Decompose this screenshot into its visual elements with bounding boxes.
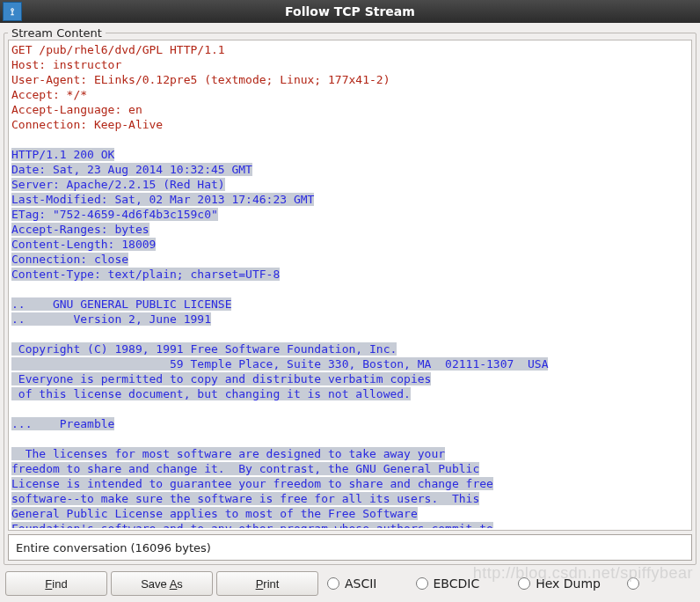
- response-block: HTTP/1.1 200 OK Date: Sat, 23 Aug 2014 1…: [11, 147, 689, 531]
- save-as-button[interactable]: Save As: [111, 571, 213, 596]
- radio-hex-dump-label: Hex Dump: [536, 576, 601, 591]
- titlebar: ⟟ Follow TCP Stream: [0, 0, 700, 23]
- stream-content-group: Stream Content GET /pub/rhel6/dvd/GPL HT…: [4, 26, 696, 565]
- app-icon: ⟟: [3, 2, 22, 21]
- request-block: GET /pub/rhel6/dvd/GPL HTTP/1.1 Host: in…: [11, 42, 689, 132]
- button-row: Find Save As Print ASCII EBCDIC Hex Dump: [4, 565, 696, 598]
- radio-ebcdic[interactable]: EBCDIC: [416, 576, 480, 591]
- stream-text-view[interactable]: GET /pub/rhel6/dvd/GPL HTTP/1.1 Host: in…: [8, 40, 692, 531]
- content-area: Stream Content GET /pub/rhel6/dvd/GPL HT…: [0, 23, 700, 602]
- radio-ebcdic-label: EBCDIC: [434, 576, 480, 591]
- radio-ebcdic-input[interactable]: [416, 577, 428, 590]
- radio-ascii[interactable]: ASCII: [327, 576, 377, 591]
- save-as-pre: Save: [141, 577, 170, 591]
- encoding-radio-group: ASCII EBCDIC Hex Dump: [327, 576, 639, 591]
- radio-ascii-label: ASCII: [345, 576, 377, 591]
- save-as-post: s: [177, 577, 183, 591]
- print-mn: P: [256, 577, 264, 591]
- radio-hex-dump-input[interactable]: [518, 577, 530, 590]
- stream-content-label: Stream Content: [8, 26, 106, 40]
- find-button[interactable]: Find: [5, 571, 107, 596]
- window-title: Follow TCP Stream: [0, 4, 700, 18]
- radio-hex-dump[interactable]: Hex Dump: [518, 576, 601, 591]
- print-button[interactable]: Print: [216, 571, 318, 596]
- print-post: rint: [263, 577, 279, 591]
- conversation-selector[interactable]: Entire conversation (16096 bytes): [8, 534, 692, 561]
- conversation-selector-value: Entire conversation (16096 bytes): [16, 541, 211, 554]
- follow-tcp-stream-window: ⟟ Follow TCP Stream Stream Content GET /…: [0, 0, 700, 602]
- radio-extra-input[interactable]: [627, 577, 639, 590]
- radio-ascii-input[interactable]: [327, 577, 339, 590]
